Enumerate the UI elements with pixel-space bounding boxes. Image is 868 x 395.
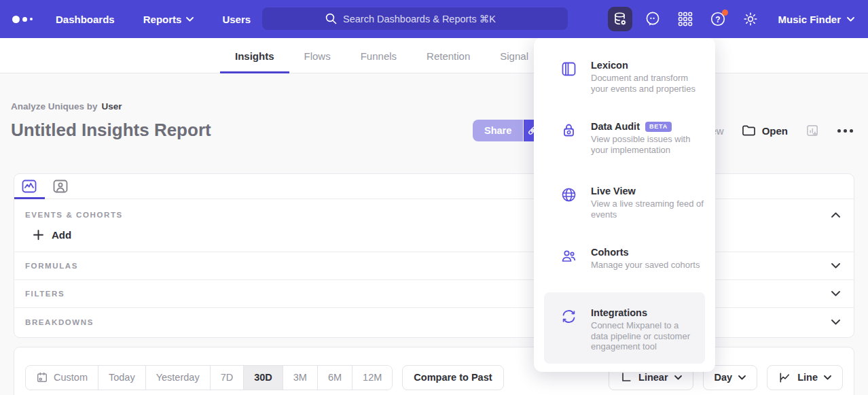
formulas-section-header[interactable]: FORMULAS (14, 252, 854, 280)
plus-icon (33, 230, 43, 240)
data-management-button[interactable] (608, 7, 632, 31)
menu-item-desc: Document and transform your events and p… (591, 73, 704, 94)
global-search[interactable] (262, 7, 568, 30)
integrations-icon (560, 308, 577, 325)
beta-badge: BETA (645, 122, 672, 132)
chart-mode-icon (21, 178, 37, 194)
menu-item-desc: Manage your saved cohorts (591, 260, 700, 271)
nav-users[interactable]: Users (222, 14, 251, 25)
calendar-icon (36, 371, 48, 383)
chevron-up-icon[interactable] (831, 212, 840, 218)
events-mode-tab[interactable] (21, 178, 37, 194)
chevron-down-icon[interactable] (831, 320, 840, 325)
chevron-down-icon (824, 375, 831, 380)
lexicon-icon (560, 61, 577, 78)
messages-button[interactable] (640, 7, 665, 31)
range-yesterday[interactable]: Yesterday (145, 366, 210, 390)
menu-item-desc: View possible issues with your implement… (591, 134, 704, 155)
menu-item-title: Lexicon (591, 60, 704, 71)
menu-item-title: Cohorts (591, 247, 700, 258)
events-cohorts-label: EVENTS & COHORTS (25, 211, 123, 219)
share-button-group: Share (473, 120, 541, 141)
tab-insights[interactable]: Insights (220, 38, 289, 73)
range-7d[interactable]: 7D (210, 366, 244, 390)
builder-mode-tabs (14, 174, 854, 199)
report-tabbar: Insights Flows Funnels Retention Signal … (0, 38, 868, 73)
save-to-dashboard-button[interactable] (806, 124, 820, 138)
search-icon (325, 13, 337, 24)
live-view-icon (560, 186, 577, 203)
events-cohorts-header[interactable]: EVENTS & COHORTS (14, 199, 854, 225)
line-chart-icon (778, 371, 791, 384)
filters-section-header[interactable]: FILTERS (14, 280, 854, 308)
add-to-board-icon (806, 124, 820, 138)
menu-item-title: Integrations (591, 307, 694, 318)
settings-gear-icon (742, 10, 759, 28)
range-12m[interactable]: 12M (352, 366, 392, 390)
data-management-menu: Lexicon Document and transform your even… (534, 37, 715, 372)
subtitle-entity[interactable]: User (102, 101, 122, 111)
cohorts-icon (560, 247, 577, 264)
open-report-button[interactable]: Open (742, 124, 788, 137)
chevron-down-icon (738, 375, 746, 380)
menu-item-lexicon[interactable]: Lexicon Document and transform your even… (560, 60, 704, 94)
tab-funnels[interactable]: Funnels (346, 38, 412, 73)
menu-item-integrations-content: Integrations Connect Mixpanel to a data … (560, 307, 694, 352)
menu-item-cohorts[interactable]: Cohorts Manage your saved cohorts (560, 247, 704, 271)
chart-toolbar: Custom Today Yesterday 7D 30D 3M 6M 12M … (14, 347, 854, 395)
search-input[interactable] (343, 14, 505, 24)
mixpanel-logo[interactable] (12, 16, 33, 23)
more-options-button[interactable] (837, 126, 853, 135)
chevron-down-icon (186, 17, 194, 22)
chevron-down-icon[interactable] (831, 291, 840, 296)
date-range-picker: Custom Today Yesterday 7D 30D 3M 6M 12M (25, 365, 393, 390)
nav-reports[interactable]: Reports (143, 14, 194, 25)
settings-button[interactable] (738, 7, 763, 31)
data-audit-icon (560, 122, 577, 139)
notification-dot (722, 10, 728, 16)
chart-type-dropdown[interactable]: Line (767, 365, 843, 390)
subtitle-prefix: Analyze Uniques by (11, 101, 98, 111)
range-custom[interactable]: Custom (26, 366, 98, 390)
apps-grid-icon (676, 10, 694, 28)
compare-to-past-button[interactable]: Compare to Past (402, 365, 503, 390)
range-6m[interactable]: 6M (317, 366, 352, 390)
formulas-label: FORMULAS (25, 262, 78, 270)
chevron-down-icon (674, 375, 682, 380)
chevron-down-icon[interactable] (831, 263, 840, 269)
breakdowns-section-header[interactable]: BREAKDOWNS (14, 308, 854, 336)
range-30d[interactable]: 30D (243, 366, 283, 390)
breakdowns-label: BREAKDOWNS (25, 318, 94, 326)
menu-item-title: Data Audit BETA (591, 121, 704, 132)
messages-icon (644, 10, 662, 28)
menu-item-data-audit[interactable]: Data Audit BETA View possible issues wit… (560, 121, 704, 155)
tab-retention[interactable]: Retention (412, 38, 485, 73)
analysis-subtitle: Analyze Uniques byUser (11, 101, 122, 111)
menu-item-desc: View a live streaming feed of events (591, 199, 704, 220)
add-event-button[interactable]: Add (33, 229, 71, 241)
profile-mode-icon (52, 178, 69, 194)
header-actions: New Open (704, 120, 853, 141)
range-today[interactable]: Today (98, 366, 145, 390)
svg-text:?: ? (716, 15, 721, 24)
users-mode-tab[interactable] (52, 178, 69, 194)
project-switcher[interactable]: Music Finder (778, 14, 854, 25)
axis-scale-icon (620, 371, 632, 383)
help-button[interactable]: ? (706, 7, 730, 31)
apps-grid-button[interactable] (673, 7, 698, 31)
query-builder-panel: EVENTS & COHORTS Add FORMULAS FILTERS BR… (14, 173, 854, 338)
data-management-icon (612, 11, 628, 27)
chevron-down-icon (847, 17, 854, 22)
folder-icon (742, 124, 756, 137)
menu-item-integrations[interactable]: Integrations Connect Mixpanel to a data … (544, 292, 705, 364)
page-title[interactable]: Untitled Insights Report (11, 120, 211, 141)
events-cohorts-section: EVENTS & COHORTS Add (14, 199, 854, 252)
nav-dashboards[interactable]: Dashboards (56, 14, 115, 25)
menu-item-title: Live View (591, 186, 704, 196)
top-nav: Dashboards Reports Users (0, 0, 868, 38)
share-button[interactable]: Share (473, 120, 523, 141)
menu-item-desc: Connect Mixpanel to a data pipeline or c… (591, 320, 694, 352)
menu-item-live-view[interactable]: Live View View a live streaming feed of … (560, 186, 704, 220)
tab-flows[interactable]: Flows (289, 38, 346, 73)
range-3m[interactable]: 3M (283, 366, 317, 390)
